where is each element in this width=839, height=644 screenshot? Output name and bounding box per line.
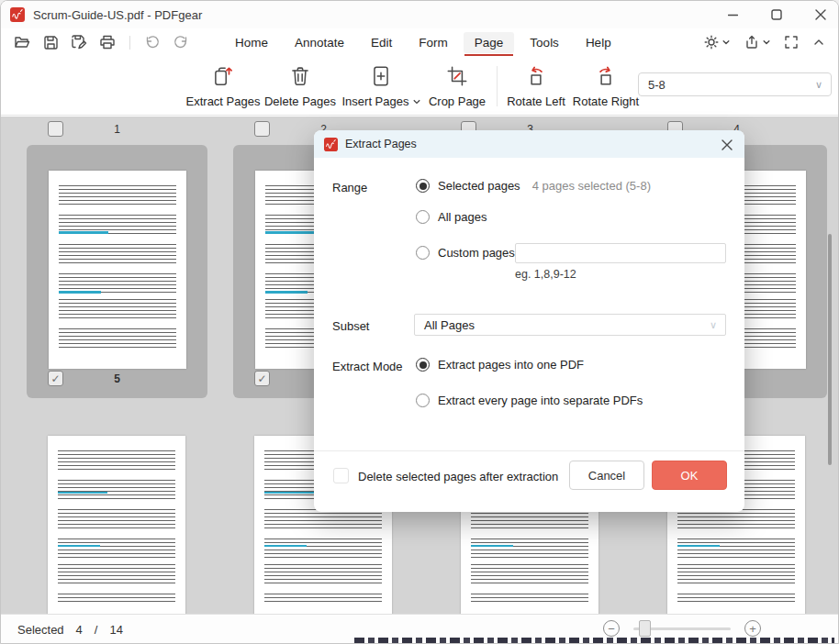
delete-after-checkbox[interactable] — [333, 468, 349, 483]
rotate-right-icon — [594, 64, 618, 88]
caret-down-icon — [722, 39, 730, 46]
page-9-thumbnail[interactable] — [48, 436, 185, 614]
custom-pages-input[interactable] — [515, 243, 726, 263]
page-ribbon: Extract Pages Delete Pages Insert Pages — [1, 56, 838, 116]
dialog-close-button[interactable] — [717, 135, 736, 154]
separate-pdfs-option[interactable]: Extract every page into separate PDFs — [416, 394, 643, 407]
custom-pages-radio[interactable] — [416, 246, 430, 260]
delete-pages-label: Delete Pages — [264, 94, 336, 108]
menu-tools[interactable]: Tools — [519, 32, 570, 53]
all-pages-radio[interactable] — [416, 210, 430, 224]
menu-page[interactable]: Page — [464, 32, 515, 53]
title-bar: Scrum-Guide-US.pdf - PDFgear — [1, 1, 838, 28]
one-pdf-option[interactable]: Extract pages into one PDF — [416, 358, 584, 372]
all-pages-option[interactable]: All pages — [416, 210, 487, 224]
extract-pages-label: Extract Pages — [186, 94, 261, 108]
one-pdf-text: Extract pages into one PDF — [438, 358, 584, 372]
selected-pages-info: 4 pages selected (5-8) — [532, 179, 651, 193]
save-as-icon[interactable] — [71, 34, 87, 50]
clipped-page-text — [354, 638, 834, 643]
quick-access-toolbar — [14, 34, 189, 50]
print-icon[interactable] — [99, 34, 116, 50]
subset-label: Subset — [332, 319, 369, 333]
zoom-slider-handle[interactable] — [639, 620, 651, 637]
total-count: 14 — [109, 623, 122, 637]
page-5-number: 5 — [27, 372, 207, 385]
crop-page-button[interactable]: Crop Page — [413, 64, 501, 108]
window-controls — [724, 1, 829, 28]
page-5-preview[interactable] — [49, 171, 186, 369]
all-pages-text: All pages — [438, 210, 487, 224]
chevron-down-icon: ∨ — [815, 79, 822, 91]
page-text-placeholder — [58, 450, 175, 603]
extract-mode-label: Extract Mode — [332, 360, 403, 373]
range-label: Range — [332, 181, 367, 194]
menu-form[interactable]: Form — [408, 32, 459, 53]
dialog-title: Extract Pages — [345, 138, 417, 150]
dialog-header[interactable]: Extract Pages — [314, 130, 744, 158]
fullscreen-button[interactable] — [784, 35, 799, 50]
close-icon — [722, 139, 733, 150]
menu-annotate[interactable]: Annotate — [284, 32, 355, 53]
page-5-label-row: ✓ 5 — [27, 371, 207, 387]
caret-down-icon — [763, 39, 770, 46]
custom-pages-hint: eg. 1,8,9-12 — [515, 268, 576, 281]
insert-pages-text: Insert Pages — [342, 94, 409, 108]
page-1-number: 1 — [27, 123, 207, 136]
custom-pages-option[interactable]: Custom pages — [416, 246, 515, 260]
menu-edit[interactable]: Edit — [360, 32, 403, 53]
selection-status: Selected 4 / 14 — [17, 623, 123, 637]
extract-pages-dialog: Extract Pages Range Selected pages 4 pag… — [314, 130, 744, 512]
crop-page-icon — [445, 64, 469, 88]
selected-pages-radio[interactable] — [416, 179, 430, 193]
menu-bar: Home Annotate Edit Form Page Tools Help — [1, 28, 838, 56]
insert-pages-button[interactable]: Insert Pages — [337, 64, 425, 108]
close-button[interactable] — [812, 6, 829, 23]
minimize-button[interactable] — [724, 6, 741, 23]
page-5-thumbnail[interactable]: ✓ 5 — [27, 145, 207, 398]
cancel-button[interactable]: Cancel — [569, 461, 644, 490]
extract-pages-button[interactable]: Extract Pages — [179, 64, 267, 108]
save-icon[interactable] — [42, 34, 59, 50]
maximize-button[interactable] — [768, 6, 785, 23]
theme-button[interactable] — [703, 34, 730, 50]
zoom-out-button[interactable]: − — [603, 620, 620, 637]
custom-pages-text: Custom pages — [438, 246, 515, 260]
menu-home[interactable]: Home — [224, 32, 279, 53]
redo-icon[interactable] — [173, 34, 189, 50]
dialog-divider — [314, 450, 744, 451]
subset-dropdown[interactable]: All Pages ∨ — [414, 314, 726, 336]
collapse-toolbar-button[interactable] — [812, 36, 825, 49]
open-file-icon[interactable] — [14, 34, 30, 50]
undo-icon[interactable] — [144, 34, 161, 50]
rotate-right-button[interactable]: Rotate Right — [562, 64, 650, 108]
separate-pdfs-radio[interactable] — [416, 394, 430, 407]
toolbar-divider — [129, 36, 130, 50]
delete-pages-icon — [288, 64, 312, 88]
app-window: Scrum-Guide-US.pdf - PDFgear — [0, 0, 839, 644]
page-range-combobox[interactable]: 5-8 ∨ — [638, 72, 832, 96]
zoom-controls: − + — [603, 620, 761, 637]
delete-pages-button[interactable]: Delete Pages — [256, 64, 344, 108]
separate-pdfs-text: Extract every page into separate PDFs — [438, 394, 643, 407]
one-pdf-radio[interactable] — [416, 358, 430, 372]
selected-label: Selected — [17, 623, 64, 637]
insert-pages-label: Insert Pages — [342, 94, 420, 108]
zoom-in-button[interactable]: + — [744, 620, 761, 637]
vertical-scrollbar[interactable] — [828, 234, 832, 465]
chevron-down-icon: ∨ — [710, 319, 717, 331]
pdfgear-logo-icon — [10, 7, 25, 22]
rotate-left-label: Rotate Left — [507, 94, 565, 108]
window-title: Scrum-Guide-US.pdf - PDFgear — [33, 8, 202, 22]
menu-right-icons — [703, 28, 825, 56]
page-text-placeholder — [59, 185, 176, 356]
delete-after-label: Delete selected pages after extraction — [358, 470, 558, 483]
crop-page-label: Crop Page — [429, 94, 486, 108]
count-separator: / — [95, 623, 98, 637]
selected-pages-option[interactable]: Selected pages 4 pages selected (5-8) — [416, 179, 651, 193]
share-button[interactable] — [744, 34, 770, 50]
zoom-slider[interactable] — [633, 620, 731, 637]
insert-pages-icon — [369, 64, 393, 88]
menu-help[interactable]: Help — [575, 32, 622, 53]
ok-button[interactable]: OK — [652, 461, 727, 490]
